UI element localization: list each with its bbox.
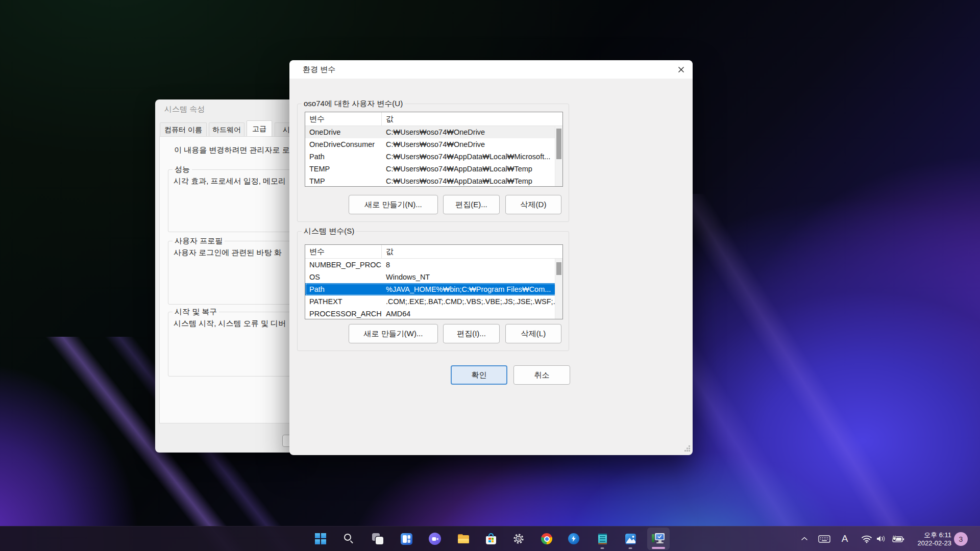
table-row[interactable]: OneDriveConsumer C:₩Users₩oso74₩OneDrive bbox=[305, 138, 562, 151]
clock[interactable]: 오후 6:11 2022-02-23 bbox=[918, 527, 952, 551]
wifi-icon bbox=[861, 534, 872, 543]
chat-icon bbox=[429, 533, 441, 545]
user-variables-group: oso74에 대한 사용자 변수(U) 변수 값 OneDrive C:₩Use… bbox=[297, 104, 569, 222]
table-row[interactable]: OS Windows_NT bbox=[305, 271, 562, 283]
touch-keyboard-button[interactable] bbox=[816, 528, 833, 550]
notification-badge[interactable]: 3 bbox=[954, 532, 968, 546]
clock-date: 2022-02-23 bbox=[918, 539, 952, 547]
table-row[interactable]: OneDrive C:₩Users₩oso74₩OneDrive bbox=[305, 126, 562, 138]
active-indicator bbox=[652, 547, 665, 549]
var-name: OS bbox=[305, 271, 382, 283]
table-row[interactable]: PATHEXT .COM;.EXE;.BAT;.CMD;.VBS;.VBE;.J… bbox=[305, 295, 562, 308]
var-name: TMP bbox=[305, 175, 382, 187]
chrome-icon bbox=[541, 533, 552, 544]
var-name: PATHEXT bbox=[305, 295, 382, 308]
user-edit-button[interactable]: 편집(E)... bbox=[443, 195, 500, 214]
var-value: C:₩Users₩oso74₩OneDrive bbox=[382, 126, 562, 138]
svg-text:S: S bbox=[517, 537, 520, 541]
close-button[interactable] bbox=[674, 63, 688, 76]
table-header: 변수 값 bbox=[305, 245, 562, 259]
search-button[interactable] bbox=[338, 528, 360, 550]
start-button[interactable] bbox=[309, 528, 332, 550]
widgets-button[interactable] bbox=[395, 528, 418, 550]
lightning-icon bbox=[568, 533, 579, 544]
system-delete-button[interactable]: 삭제(L) bbox=[505, 324, 561, 343]
photos-button[interactable] bbox=[619, 528, 642, 550]
scrollbar-thumb[interactable] bbox=[556, 262, 561, 275]
user-new-button[interactable]: 새로 만들기(N)... bbox=[349, 195, 438, 214]
admin-notice-text: 이 내용을 변경하려면 관리자로 로 bbox=[174, 145, 290, 155]
var-name: TEMP bbox=[305, 163, 382, 175]
dialog-titlebar: 환경 변수 bbox=[289, 60, 693, 79]
var-name: Path bbox=[305, 283, 382, 295]
system-properties-taskbar-button[interactable] bbox=[647, 528, 670, 550]
network-button[interactable] bbox=[860, 528, 874, 550]
notepad-button[interactable] bbox=[591, 528, 614, 550]
resize-grip-icon bbox=[684, 445, 691, 452]
scrollbar-track[interactable] bbox=[555, 259, 562, 319]
table-row[interactable]: Path C:₩Users₩oso74₩AppData₩Local₩Micros… bbox=[305, 151, 562, 163]
cancel-button[interactable]: 취소 bbox=[513, 365, 570, 385]
search-icon bbox=[344, 533, 355, 544]
table-row[interactable]: TEMP C:₩Users₩oso74₩AppData₩Local₩Temp bbox=[305, 163, 562, 175]
tab-computer-name[interactable]: 컴퓨터 이름 bbox=[160, 122, 207, 136]
chrome-button[interactable] bbox=[535, 528, 558, 550]
var-name: NUMBER_OF_PROC... bbox=[305, 259, 382, 271]
user-profiles-group-label: 사용자 프로필 bbox=[173, 236, 225, 246]
settings-gear-icon: S bbox=[512, 533, 525, 545]
var-name: PROCESSOR_ARCH... bbox=[305, 308, 382, 319]
keyboard-icon bbox=[818, 535, 830, 543]
system-variables-table: 변수 값 NUMBER_OF_PROC... 8 OS Windows_NT P… bbox=[305, 244, 563, 319]
column-header-variable[interactable]: 변수 bbox=[305, 245, 382, 258]
table-row[interactable]: NUMBER_OF_PROC... 8 bbox=[305, 259, 562, 271]
tab-advanced[interactable]: 고급 bbox=[247, 120, 272, 136]
table-row-selected[interactable]: Path %JAVA_HOME%₩bin;C:₩Program Files₩Co… bbox=[305, 283, 562, 295]
window-title: 시스템 속성 bbox=[164, 105, 205, 114]
scrollbar-track[interactable] bbox=[555, 126, 562, 186]
tray-overflow-button[interactable] bbox=[797, 528, 812, 550]
user-profiles-desc: 사용자 로그인에 관련된 바탕 화 bbox=[174, 248, 282, 258]
system-edit-button[interactable]: 편집(I)... bbox=[443, 324, 500, 343]
file-explorer-button[interactable] bbox=[452, 528, 475, 550]
startup-recovery-group-label: 시작 및 복구 bbox=[173, 307, 219, 317]
column-header-variable[interactable]: 변수 bbox=[305, 112, 382, 126]
running-indicator bbox=[601, 547, 604, 549]
var-value: %JAVA_HOME%₩bin;C:₩Program Files₩Com... bbox=[382, 283, 562, 295]
photos-icon bbox=[625, 534, 636, 544]
clock-time: 오후 6:11 bbox=[918, 531, 952, 539]
widgets-icon bbox=[401, 533, 412, 545]
dialog-title: 환경 변수 bbox=[303, 60, 335, 79]
table-row[interactable]: TMP C:₩Users₩oso74₩AppData₩Local₩Temp bbox=[305, 175, 562, 187]
settings-button[interactable]: S bbox=[507, 528, 530, 550]
lightning-app-button[interactable] bbox=[562, 528, 585, 550]
task-view-button[interactable] bbox=[366, 528, 389, 550]
resize-grip[interactable] bbox=[684, 444, 691, 454]
volume-button[interactable] bbox=[874, 528, 888, 550]
table-row[interactable]: PROCESSOR_ARCH... AMD64 bbox=[305, 308, 562, 319]
user-profiles-group: 사용자 프로필 사용자 로그인에 관련된 바탕 화 bbox=[168, 241, 299, 305]
screen: 시스템 속성 컴퓨터 이름 하드웨어 고급 시스 이 내용을 변경하려면 관리자… bbox=[0, 0, 980, 551]
user-delete-button[interactable]: 삭제(D) bbox=[505, 195, 561, 214]
system-properties-window: 시스템 속성 컴퓨터 이름 하드웨어 고급 시스 이 내용을 변경하려면 관리자… bbox=[155, 99, 299, 453]
var-value: C:₩Users₩oso74₩AppData₩Local₩Temp bbox=[382, 175, 562, 187]
column-header-value[interactable]: 값 bbox=[382, 112, 562, 126]
ime-indicator[interactable]: A bbox=[837, 528, 852, 550]
table-header: 변수 값 bbox=[305, 112, 562, 126]
system-new-button[interactable]: 새로 만들기(W)... bbox=[349, 324, 438, 343]
start-icon bbox=[315, 533, 326, 544]
environment-variables-dialog: 환경 변수 oso74에 대한 사용자 변수(U) 변수 값 OneDrive … bbox=[289, 60, 693, 455]
var-name: OneDrive bbox=[305, 126, 382, 138]
taskbar: S bbox=[0, 526, 980, 551]
microsoft-store-button[interactable] bbox=[480, 528, 502, 550]
ok-button[interactable]: 확인 bbox=[451, 365, 507, 385]
performance-desc: 시각 효과, 프로세서 일정, 메모리 bbox=[174, 177, 286, 186]
battery-button[interactable] bbox=[889, 528, 906, 550]
chat-button[interactable] bbox=[424, 528, 446, 550]
scrollbar-thumb[interactable] bbox=[556, 129, 561, 159]
var-value: Windows_NT bbox=[382, 271, 562, 283]
var-value: .COM;.EXE;.BAT;.CMD;.VBS;.VBE;.JS;.JSE;.… bbox=[382, 295, 562, 308]
var-value: C:₩Users₩oso74₩AppData₩Local₩Temp bbox=[382, 163, 562, 175]
column-header-value[interactable]: 값 bbox=[382, 245, 562, 258]
var-value: 8 bbox=[382, 259, 562, 271]
tab-hardware[interactable]: 하드웨어 bbox=[209, 122, 244, 136]
